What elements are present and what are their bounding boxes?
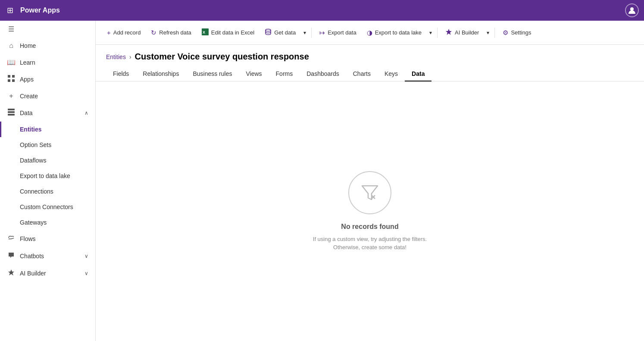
grid-icon[interactable]: ⊞ [5,4,15,17]
dataflows-label: Dataflows [20,157,46,164]
sidebar-item-flows[interactable]: Flows [0,230,95,247]
data-icon [7,109,16,117]
sidebar-item-export-data-lake[interactable]: Export to data lake [0,168,95,184]
sidebar-item-chatbots[interactable]: Chatbots ∨ [0,247,95,265]
svg-text:X: X [203,30,205,34]
edit-excel-label: Edit data in Excel [211,29,254,36]
empty-state-subtitle: If using a custom view, try adjusting th… [313,235,427,252]
settings-button[interactable]: ⚙ Settings [498,26,535,39]
get-data-label: Get data [274,29,296,36]
get-data-dropdown[interactable]: ▾ [302,27,308,38]
sidebar-item-learn[interactable]: 📖 Learn [0,54,95,71]
sidebar-item-label: AI Builder [20,270,46,277]
sidebar-item-dataflows[interactable]: Dataflows [0,153,95,168]
sidebar-collapse[interactable]: ☰ [0,21,95,38]
svg-rect-6 [8,111,15,113]
custom-connectors-label: Custom Connectors [20,203,73,210]
export-data-button[interactable]: ↦ Export data [315,26,361,39]
svg-rect-5 [8,109,15,110]
sidebar-item-label: Chatbots [20,253,44,260]
tab-fields[interactable]: Fields [106,67,136,81]
connections-label: Connections [20,188,53,195]
add-record-button[interactable]: + Add record [103,26,145,39]
create-icon: + [7,92,16,100]
user-avatar[interactable] [625,3,639,17]
svg-marker-8 [8,269,14,275]
tab-dashboards[interactable]: Dashboards [300,67,346,81]
svg-point-0 [630,7,634,11]
edit-excel-button[interactable]: X Edit data in Excel [197,26,259,39]
ai-builder-button[interactable]: AI Builder [441,26,483,39]
sidebar-item-entities[interactable]: Entities [0,122,95,137]
sidebar-item-label: Data [20,109,33,116]
svg-point-11 [266,29,271,31]
toolbar-divider-3 [494,28,495,38]
home-icon: ⌂ [7,42,16,50]
svg-rect-4 [12,79,15,82]
chatbots-icon [7,252,16,260]
ai-builder-dropdown[interactable]: ▾ [485,27,491,38]
breadcrumb: Entities › Customer Voice survey questio… [96,45,644,62]
tab-keys[interactable]: Keys [378,67,405,81]
ai-builder-label: AI Builder [455,29,479,36]
sidebar-item-connections[interactable]: Connections [0,184,95,199]
breadcrumb-separator: › [129,53,131,60]
add-record-icon: + [107,29,111,36]
app-logo: Power Apps [20,6,60,14]
sidebar-item-data[interactable]: Data ∧ [0,104,95,122]
gateways-label: Gateways [20,219,47,226]
svg-rect-2 [12,75,15,78]
empty-state: No records found If using a custom view,… [96,81,644,341]
sidebar-item-gateways[interactable]: Gateways [0,215,95,230]
tab-relationships[interactable]: Relationships [136,67,186,81]
sidebar-item-custom-connectors[interactable]: Custom Connectors [0,199,95,215]
tab-data[interactable]: Data [405,67,431,81]
tab-business-rules[interactable]: Business rules [186,67,239,81]
learn-icon: 📖 [7,58,16,66]
refresh-icon: ↻ [151,29,156,37]
sidebar-item-option-sets[interactable]: Option Sets [0,137,95,153]
tab-charts[interactable]: Charts [346,67,378,81]
sidebar: ☰ ⌂ Home 📖 Learn Apps + Create [0,21,96,341]
hamburger-icon: ☰ [7,25,16,33]
export-data-label: Export data [328,29,356,36]
tab-views[interactable]: Views [239,67,269,81]
sidebar-item-home[interactable]: ⌂ Home [0,38,95,54]
main-layout: ☰ ⌂ Home 📖 Learn Apps + Create [0,21,644,341]
tabs-area: Fields Relationships Business rules View… [96,62,644,81]
empty-state-icon [348,171,391,214]
settings-label: Settings [511,29,531,36]
breadcrumb-parent[interactable]: Entities [106,53,126,60]
excel-icon: X [202,28,209,37]
refresh-data-button[interactable]: ↻ Refresh data [147,26,195,39]
tab-forms[interactable]: Forms [269,67,300,81]
svg-rect-1 [8,75,10,78]
get-data-button[interactable]: Get data [260,26,300,39]
ai-builder-toolbar-icon [445,28,452,37]
chevron-down-icon: ∨ [84,253,88,259]
export-data-lake-button[interactable]: ◑ Export to data lake [363,26,426,39]
empty-state-title: No records found [341,223,398,231]
sidebar-item-ai-builder[interactable]: AI Builder ∨ [0,265,95,282]
entities-label: Entities [20,126,42,133]
toolbar-divider-1 [311,28,312,38]
content-area: + Add record ↻ Refresh data X Edit data … [96,21,644,341]
ai-builder-icon [7,269,16,278]
export-data-icon: ↦ [319,29,325,37]
sidebar-item-label: Create [20,93,38,100]
chevron-down-icon-ai: ∨ [84,270,88,276]
sidebar-item-create[interactable]: + Create [0,88,95,104]
topbar: ⊞ Power Apps [0,0,644,21]
export-data-lake-label: Export to data lake [20,172,70,179]
add-record-label: Add record [113,29,141,36]
export-lake-dropdown[interactable]: ▾ [428,27,434,38]
sidebar-item-label: Home [20,42,36,49]
sidebar-item-apps[interactable]: Apps [0,71,95,88]
svg-rect-7 [8,114,15,116]
settings-icon: ⚙ [503,29,508,37]
sidebar-item-label: Learn [20,59,35,66]
get-data-icon [265,28,272,37]
toolbar: + Add record ↻ Refresh data X Edit data … [96,21,644,45]
export-lake-icon: ◑ [367,29,372,37]
breadcrumb-current: Customer Voice survey question response [135,52,309,62]
